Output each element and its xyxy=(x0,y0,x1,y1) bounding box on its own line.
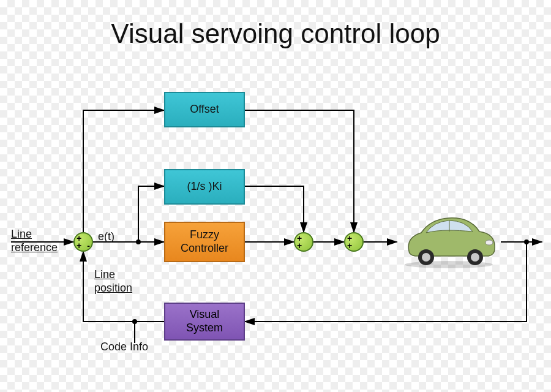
sum-node-outer: + + xyxy=(344,232,364,252)
svg-point-7 xyxy=(471,253,479,262)
block-ki: (1/s )Ki xyxy=(164,169,245,205)
sum-node-error: + + - xyxy=(73,232,93,252)
sum-node-inner: + + xyxy=(294,232,313,252)
label-line-reference: Line reference xyxy=(11,228,58,254)
diagram-title: Visual servoing control loop xyxy=(0,18,551,49)
block-visual-system: Visual System xyxy=(164,303,245,341)
label-error: e(t) xyxy=(98,230,114,244)
wire-layer xyxy=(0,0,551,392)
svg-point-5 xyxy=(422,253,430,262)
block-offset: Offset xyxy=(164,92,245,127)
svg-point-0 xyxy=(137,240,140,244)
svg-point-8 xyxy=(485,240,493,245)
svg-point-2 xyxy=(133,320,137,323)
plant-car xyxy=(397,208,501,270)
label-code-info: Code Info xyxy=(100,341,148,354)
label-line-position: Line position xyxy=(94,268,132,295)
svg-point-1 xyxy=(525,240,528,244)
block-fuzzy-controller: Fuzzy Controller xyxy=(164,222,245,262)
